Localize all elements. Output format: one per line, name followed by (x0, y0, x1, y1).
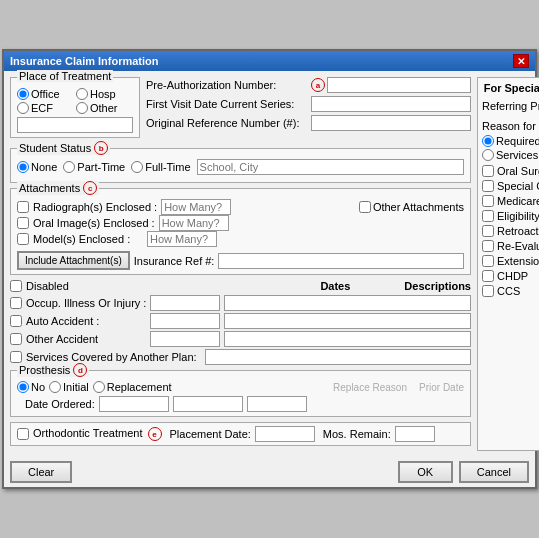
place-of-treatment-options: Office Hosp ECF Other (17, 88, 133, 114)
circle-a: a (311, 78, 325, 92)
disabled-row: Disabled Dates Descriptions (10, 280, 471, 292)
placement-date-input[interactable] (255, 426, 315, 442)
other-accident-checkbox[interactable] (10, 333, 22, 345)
mos-remain-label: Mos. Remain: (323, 428, 391, 440)
extension-requested-checkbox[interactable] (482, 255, 494, 267)
radio-initial-input[interactable] (49, 381, 61, 393)
orthodontic-checkbox[interactable] (17, 428, 29, 440)
auto-accident-row: Auto Accident : (10, 313, 471, 329)
oral-images-checkbox[interactable] (17, 217, 29, 229)
oral-images-how-many[interactable] (159, 215, 229, 231)
extension-requested-label: Extension Requested (497, 255, 539, 267)
services-covered-checkbox[interactable] (10, 351, 22, 363)
models-how-many[interactable] (147, 231, 217, 247)
radio-part-time-input[interactable] (63, 161, 75, 173)
radio-ecf-input[interactable] (17, 102, 29, 114)
replace-reason-input[interactable] (173, 396, 243, 412)
original-ref-label: Original Reference Number (#): (146, 117, 311, 129)
place-of-treatment-group: Place of Treatment Office Hosp (10, 77, 140, 138)
radio-full-time-label: Full-Time (145, 161, 190, 173)
other-accident-row: Other Accident (10, 331, 471, 347)
retroactive-eligibility-checkbox[interactable] (482, 225, 494, 237)
disabled-label: Disabled (26, 280, 69, 292)
occup-checkbox[interactable] (10, 297, 22, 309)
special-case-item: Special Case/EPSDT (482, 180, 539, 192)
services-covered-input[interactable] (205, 349, 471, 365)
medicare-checkbox[interactable] (482, 195, 494, 207)
radio-no-input[interactable] (17, 381, 29, 393)
re-evaluation-item: Re-Evaluation (482, 240, 539, 252)
misc-section: Disabled Dates Descriptions Occup. Illne… (10, 280, 471, 365)
oral-images-label: Oral Image(s) Enclosed : (33, 217, 155, 229)
original-ref-row: Original Reference Number (#): (146, 115, 471, 131)
clear-button[interactable]: Clear (10, 461, 72, 483)
other-attachments-checkbox[interactable] (359, 201, 371, 213)
chdp-checkbox[interactable] (482, 270, 494, 282)
oral-surgery-checkbox[interactable] (482, 165, 494, 177)
cancel-button[interactable]: Cancel (459, 461, 529, 483)
date-ordered-input[interactable] (99, 396, 169, 412)
ok-button[interactable]: OK (398, 461, 453, 483)
radiographs-checkbox[interactable] (17, 201, 29, 213)
prior-date-input[interactable] (247, 396, 307, 412)
occup-label: Occup. Illness Or Injury : (26, 297, 146, 309)
radio-other-label: Other (90, 102, 118, 114)
pre-auth-section: Pre-Authorization Number: a First Visit … (146, 77, 471, 138)
auto-accident-checkbox[interactable] (10, 315, 22, 327)
attachments-left: Radiograph(s) Enclosed : Oral Image(s) E… (17, 199, 353, 247)
mos-remain-input[interactable] (395, 426, 435, 442)
original-ref-input[interactable] (311, 115, 471, 131)
place-other-input[interactable] (17, 117, 133, 133)
radio-other-input[interactable] (76, 102, 88, 114)
models-checkbox[interactable] (17, 233, 29, 245)
radio-office-input[interactable] (17, 88, 29, 100)
radio-office-label: Office (31, 88, 60, 100)
occup-desc-input[interactable] (224, 295, 471, 311)
ccs-checkbox[interactable] (482, 285, 494, 297)
re-evaluation-checkbox[interactable] (482, 240, 494, 252)
radio-hosp: Hosp (76, 88, 133, 100)
ins-ref-input[interactable] (218, 253, 464, 269)
pre-auth-number-row: Pre-Authorization Number: a (146, 77, 471, 93)
window-title: Insurance Claim Information (10, 55, 159, 67)
models-row: Model(s) Enclosed : (17, 231, 353, 247)
radio-none-input[interactable] (17, 161, 29, 173)
occup-date-input[interactable] (150, 295, 220, 311)
other-date-input[interactable] (150, 331, 220, 347)
close-button[interactable]: ✕ (513, 54, 529, 68)
auto-desc-input[interactable] (224, 313, 471, 329)
insurance-claim-window: Insurance Claim Information ✕ Place of T… (2, 49, 537, 489)
retroactive-eligibility-item: Retroactive Eligibility (482, 225, 539, 237)
placement-date-label: Placement Date: (170, 428, 251, 440)
prosthesis-label: Prosthesis d (17, 363, 89, 377)
radio-hosp-input[interactable] (76, 88, 88, 100)
disabled-checkbox[interactable] (10, 280, 22, 292)
ccs-item: CCS (482, 285, 539, 297)
radio-full-time-input[interactable] (131, 161, 143, 173)
radio-required-input[interactable] (482, 135, 494, 147)
include-attachments-button[interactable]: Include Attachment(s) (17, 251, 130, 270)
radio-replacement-input[interactable] (93, 381, 105, 393)
radio-none: None (17, 161, 57, 173)
pre-auth-number-input[interactable] (327, 77, 471, 93)
circle-d: d (73, 363, 87, 377)
ins-ref-label: Insurance Ref #: (134, 255, 215, 267)
chdp-label: CHDP (497, 270, 528, 282)
referring-prov-row: Referring Prov: (482, 98, 539, 114)
eligibility-pending-checkbox[interactable] (482, 210, 494, 222)
other-desc-input[interactable] (224, 331, 471, 347)
radio-full-time: Full-Time (131, 161, 190, 173)
auto-accident-label: Auto Accident : (26, 315, 146, 327)
radio-ecf-label: ECF (31, 102, 53, 114)
auto-date-input[interactable] (150, 313, 220, 329)
radio-exceed-label: Services Exceed Max. (496, 149, 539, 161)
school-city-input[interactable] (197, 159, 464, 175)
special-case-checkbox[interactable] (482, 180, 494, 192)
prosthesis-group: Prosthesis d No Initial Replacement (10, 370, 471, 417)
radiographs-how-many[interactable] (161, 199, 231, 215)
radio-exceed-input[interactable] (482, 149, 494, 161)
medicare-item: Medicare (482, 195, 539, 207)
first-visit-input[interactable] (311, 96, 471, 112)
special-case-label: Special Case/EPSDT (497, 180, 539, 192)
orthodontic-label: Orthodontic Treatment e (33, 427, 162, 442)
